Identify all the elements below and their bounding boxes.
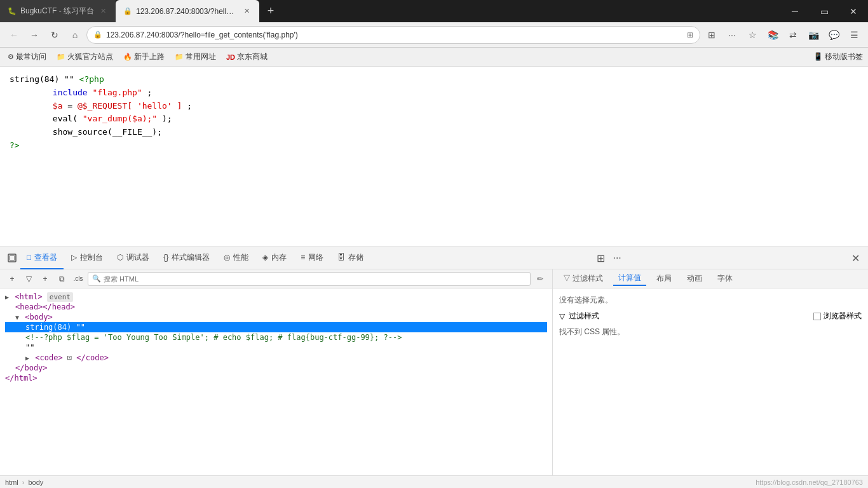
- php-flag-string: "flag.php": [92, 88, 142, 97]
- php-hello-string: 'hello': [137, 101, 172, 111]
- devtools-tab-performance[interactable]: ◎ 性能: [217, 247, 255, 269]
- expand-html[interactable]: ▶: [5, 294, 9, 301]
- html-line-string84[interactable]: string(84) "": [5, 322, 547, 332]
- refresh-button[interactable]: ↻: [46, 26, 64, 44]
- filter-icon: ▽: [563, 274, 571, 283]
- html-line-body-open[interactable]: ▼ <body>: [5, 312, 547, 322]
- html-line-body-close[interactable]: </body>: [5, 363, 547, 373]
- sync-icon[interactable]: ⇄: [784, 26, 802, 44]
- tab2-favicon: 🔒: [123, 7, 132, 15]
- watermark-text: https://blog.csdn.net/qq_27180763: [756, 478, 863, 486]
- jd-icon: JD: [226, 53, 235, 61]
- bookmark-most-visited[interactable]: ⚙ 最常访问: [5, 50, 49, 64]
- console-icon: ▷: [71, 253, 77, 262]
- tab1-close[interactable]: ✕: [98, 6, 108, 17]
- new-tab-button[interactable]: +: [262, 3, 280, 20]
- tab2-close[interactable]: ✕: [241, 6, 252, 17]
- console-label: 控制台: [80, 252, 103, 263]
- devtools-options-button[interactable]: ⊞: [593, 250, 608, 266]
- fonts-tab-label: 字体: [717, 274, 733, 283]
- devtools-tab-network[interactable]: ≡ 网络: [294, 247, 330, 269]
- html-line-html-close[interactable]: </html>: [5, 373, 547, 383]
- bookmark-common-sites[interactable]: 📁 常用网址: [172, 50, 219, 64]
- devtools-tab-storage[interactable]: 🗄 存储: [331, 247, 370, 269]
- breadcrumb-html[interactable]: html: [5, 478, 18, 486]
- styles-tab-fonts[interactable]: 字体: [712, 272, 738, 285]
- expand-code[interactable]: ▶: [25, 355, 29, 362]
- php-include-keyword: include: [53, 88, 88, 97]
- html-pick-button[interactable]: +: [5, 272, 19, 286]
- html-search-input[interactable]: [104, 275, 526, 283]
- forward-button[interactable]: →: [25, 26, 43, 44]
- breadcrumb-body[interactable]: body: [28, 478, 43, 486]
- devtools-close-button[interactable]: ✕: [848, 250, 863, 266]
- styles-tab-filter[interactable]: ▽ 过滤样式: [558, 272, 608, 285]
- php-line-1: string(84) "" <?php: [10, 73, 858, 86]
- styles-tab-animation[interactable]: 动画: [682, 272, 707, 285]
- html-add-button[interactable]: +: [38, 272, 52, 286]
- tab1-favicon: 🐛: [8, 7, 17, 15]
- devtools-tab-console[interactable]: ▷ 控制台: [65, 247, 109, 269]
- php-line-5: show_source(__FILE__);: [10, 126, 858, 139]
- devtools-tab-style-editor[interactable]: {} 样式编辑器: [157, 247, 216, 269]
- network-icon: ≡: [301, 253, 305, 262]
- devtools-more-button[interactable]: ···: [609, 250, 625, 266]
- styles-tab-layout[interactable]: 布局: [651, 272, 677, 285]
- menu-button[interactable]: ☰: [845, 26, 863, 44]
- more-tools-icon[interactable]: ···: [723, 26, 741, 44]
- html-line-html[interactable]: ▶ <html> event: [5, 292, 547, 302]
- back-button[interactable]: ←: [5, 26, 23, 44]
- debugger-label: 调试器: [126, 252, 149, 263]
- pocket-icon[interactable]: 💬: [825, 26, 843, 44]
- php-var-a: $a: [53, 101, 63, 111]
- no-css-text: 找不到 CSS 属性。: [559, 327, 862, 337]
- html-line-head[interactable]: <head></head>: [5, 302, 547, 312]
- address-bar[interactable]: 🔒 123.206.87.240:8003/?hello=file_get_co…: [86, 26, 700, 44]
- extensions-icon[interactable]: ⊞: [703, 26, 721, 44]
- devtools-tab-debugger[interactable]: ⬡ 调试器: [111, 247, 156, 269]
- memory-icon: ◈: [262, 253, 268, 262]
- html-search-box[interactable]: 🔍: [88, 272, 531, 286]
- bookmarks-bar: ⚙ 最常访问 📁 火狐官方站点 🔥 新手上路 📁 常用网址 JD 京东商城 📱 …: [0, 48, 868, 67]
- debugger-icon: ⬡: [117, 253, 123, 262]
- tab-inactive-1[interactable]: 🐛 BugkuCTF - 练习平台 ✕: [0, 0, 116, 22]
- bookmark-jd[interactable]: JD 京东商城: [224, 50, 270, 64]
- html-line-empty-string[interactable]: "": [5, 342, 547, 353]
- bookmark-firefox-official[interactable]: 📁 火狐官方站点: [54, 50, 116, 64]
- close-button[interactable]: ✕: [839, 0, 868, 22]
- minimize-button[interactable]: ─: [780, 0, 810, 22]
- php-eval-close: );: [162, 114, 172, 123]
- inspector-pick-button[interactable]: [5, 251, 19, 265]
- tab-active-2[interactable]: 🔒 123.206.87.240:8003/?hello=file_get_..…: [116, 0, 259, 22]
- devtools-tab-inspector[interactable]: □ 查看器: [20, 247, 64, 269]
- devtools-tab-memory[interactable]: ◈ 内存: [256, 247, 293, 269]
- php-equals: =: [67, 101, 78, 111]
- browser-style-checkbox[interactable]: [813, 313, 821, 320]
- html-copy-button[interactable]: ⧉: [55, 272, 69, 286]
- expand-body[interactable]: ▼: [15, 314, 19, 321]
- library-icon[interactable]: 📚: [764, 26, 782, 44]
- styles-tab-computed[interactable]: 计算值: [613, 271, 646, 286]
- php-line-6: ?>: [10, 139, 858, 152]
- screenshot-icon[interactable]: 📷: [804, 26, 822, 44]
- html-edit-button[interactable]: ✏: [533, 272, 547, 286]
- html-filter-button[interactable]: ▽: [22, 272, 36, 286]
- bookmark-icon[interactable]: ☆: [743, 26, 761, 44]
- filter-triangle-icon: ▽: [559, 312, 565, 321]
- styles-panel: ▽ 过滤样式 计算值 布局 动画 字体: [553, 269, 868, 475]
- bookmark-new-user[interactable]: 🔥 新手上路: [121, 50, 167, 64]
- devtools-statusbar: html › body https://blog.csdn.net/qq_271…: [0, 475, 868, 488]
- browser-style-toggle[interactable]: 浏览器样式: [813, 311, 862, 322]
- bookmark-new-user-label: 新手上路: [134, 51, 165, 62]
- html-line-comment[interactable]: <!--?php $flag = 'Too Young Too Simple';…: [5, 332, 547, 342]
- php-eval: eval(: [53, 114, 83, 123]
- bookmark-jd-label: 京东商城: [237, 51, 268, 62]
- php-eval-string: "var_dump($a);": [83, 114, 157, 123]
- html-css-button[interactable]: .cls: [71, 272, 85, 286]
- html-line-code[interactable]: ▶ <code> ⊡ </code>: [5, 353, 547, 363]
- mobile-bookmarks[interactable]: 📱 移动版书签: [813, 51, 863, 62]
- bookmark-firefox-label: 火狐官方站点: [67, 51, 113, 62]
- maximize-button[interactable]: ▭: [810, 0, 839, 22]
- home-button[interactable]: ⌂: [66, 26, 84, 44]
- breadcrumb-sep: ›: [22, 478, 25, 486]
